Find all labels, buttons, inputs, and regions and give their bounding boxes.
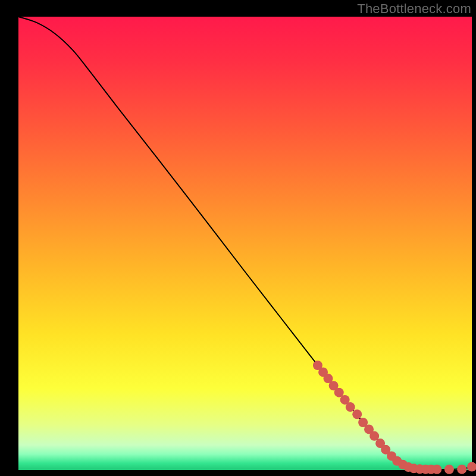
data-marker [457,465,466,474]
data-marker [432,465,441,474]
chart-frame: TheBottleneck.com [0,0,476,476]
data-marker [444,465,454,474]
data-marker [352,409,362,419]
watermark-text: TheBottleneck.com [357,1,471,17]
data-marker [346,402,355,412]
chart-canvas [0,0,476,476]
plot-background [18,17,472,470]
